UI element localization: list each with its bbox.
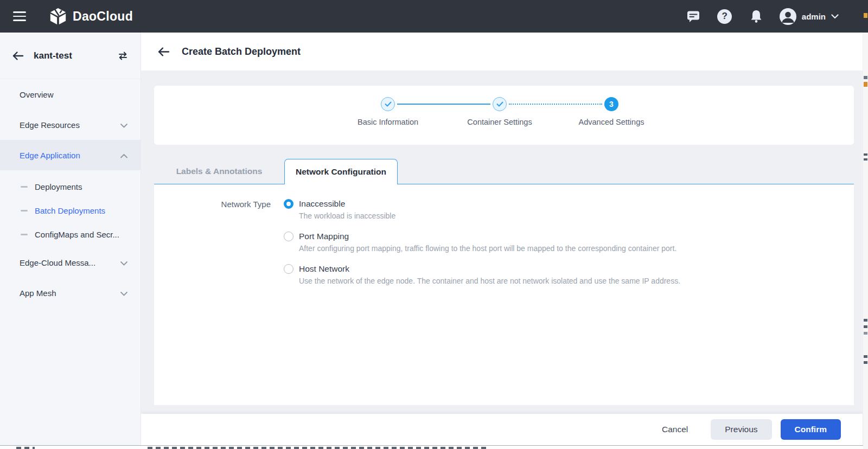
daocloud-cube-icon — [49, 7, 67, 25]
sidebar-item-deployments[interactable]: Deployments — [0, 175, 141, 198]
workspace-name: kant-test — [34, 50, 72, 61]
sidebar-item-overview[interactable]: Overview — [0, 79, 141, 110]
sidebar-item-configmaps-secrets[interactable]: ConfigMaps and Secr... — [0, 222, 141, 246]
tab-bar: Labels & Annotations Network Configurati… — [154, 159, 854, 184]
option-host-network: Host Network Use the network of the edge… — [284, 264, 680, 285]
tab-label: Network Configuration — [296, 167, 386, 177]
radio-label[interactable]: Port Mapping — [299, 232, 349, 241]
sidebar-item-batch-deployments[interactable]: Batch Deployments — [0, 198, 141, 222]
sidebar-item-label: ConfigMaps and Secr... — [35, 230, 119, 239]
step-label: Advanced Settings — [579, 118, 644, 126]
user-menu[interactable]: admin — [780, 8, 839, 25]
step-label: Container Settings — [467, 118, 532, 126]
sidebar-item-label: App Mesh — [20, 288, 56, 298]
radio-port-mapping[interactable]: Port Mapping — [284, 232, 680, 241]
network-type-label: Network Type — [154, 199, 271, 405]
sidebar-item-label: Batch Deployments — [35, 206, 105, 215]
sidebar-item-edge-resources[interactable]: Edge Resources — [0, 110, 141, 140]
sidebar-item-edge-application[interactable]: Edge Application — [0, 140, 141, 170]
chevron-down-icon — [120, 120, 127, 130]
chevron-down-icon — [120, 288, 127, 298]
radio-unselected-icon[interactable] — [284, 264, 293, 274]
back-icon[interactable] — [157, 47, 170, 57]
step-done-check-icon — [493, 97, 507, 111]
step-container-settings: Container Settings — [444, 97, 556, 126]
dash-icon — [21, 234, 28, 235]
wizard-stepper: Basic Information Container Settings 3 A… — [154, 86, 854, 145]
sidebar-header: kant-test — [0, 33, 141, 79]
radio-label[interactable]: Inaccessible — [299, 199, 345, 209]
step-advanced-settings: 3 Advanced Settings — [556, 97, 667, 126]
option-inaccessible: Inaccessible The workload is inaccessibl… — [284, 199, 680, 220]
sidebar-item-label: Overview — [20, 90, 54, 99]
bell-icon[interactable] — [748, 8, 764, 24]
tab-network-configuration[interactable]: Network Configuration — [284, 159, 398, 184]
confirm-button[interactable]: Confirm — [781, 419, 841, 440]
step-number-badge: 3 — [604, 97, 618, 111]
sidebar-item-label: Edge Resources — [20, 120, 80, 130]
sidebar-item-label: Edge Application — [20, 151, 80, 160]
radio-selected-icon[interactable] — [284, 199, 293, 209]
chat-icon[interactable] — [685, 8, 701, 24]
radio-unselected-icon[interactable] — [284, 232, 293, 241]
radio-description: Use the network of the edge node. The co… — [299, 277, 680, 285]
step-basic-information: Basic Information — [332, 97, 444, 126]
radio-host-network[interactable]: Host Network — [284, 264, 680, 274]
cancel-button[interactable]: Cancel — [654, 420, 695, 439]
chevron-up-icon — [120, 151, 127, 160]
switch-workspace-icon[interactable] — [117, 50, 129, 61]
network-type-options: Inaccessible The workload is inaccessibl… — [284, 199, 680, 405]
sidebar-item-label: Deployments — [35, 182, 82, 191]
user-name: admin — [802, 12, 826, 21]
chevron-down-icon — [831, 14, 839, 19]
previous-button[interactable]: Previous — [711, 419, 771, 440]
radio-description: The workload is inaccessible — [299, 211, 680, 220]
sidebar-item-app-mesh[interactable]: App Mesh — [0, 278, 141, 308]
radio-label[interactable]: Host Network — [299, 264, 349, 274]
back-icon[interactable] — [12, 51, 24, 61]
sidebar-item-label: Edge-Cloud Messa... — [20, 258, 95, 267]
wizard-footer: Cancel Previous Confirm — [141, 414, 863, 445]
tab-label: Labels & Annotations — [176, 166, 263, 176]
clipped-background-text-strip — [0, 445, 868, 449]
sidebar-item-edge-cloud-message[interactable]: Edge-Cloud Messa... — [0, 247, 141, 278]
radio-inaccessible[interactable]: Inaccessible — [284, 199, 680, 209]
brand-logo[interactable]: DaoCloud — [49, 7, 133, 25]
option-port-mapping: Port Mapping After configuring port mapp… — [284, 232, 680, 253]
hamburger-menu-icon[interactable] — [13, 11, 26, 21]
main-content: Create Batch Deployment Basic Informatio… — [141, 33, 863, 449]
step-label: Basic Information — [358, 118, 418, 126]
help-icon[interactable]: ? — [717, 8, 733, 24]
network-configuration-panel: Network Type Inaccessible The workload i… — [154, 184, 854, 405]
dash-icon — [21, 210, 28, 211]
brand-name: DaoCloud — [73, 9, 133, 24]
background-window-sliver — [863, 0, 868, 449]
step-done-check-icon — [381, 97, 395, 111]
top-navigation-bar: DaoCloud ? — [0, 0, 868, 33]
chevron-down-icon — [120, 258, 127, 267]
page-title: Create Batch Deployment — [182, 46, 301, 57]
tab-labels-annotations[interactable]: Labels & Annotations — [154, 159, 284, 184]
sidebar: kant-test Overview Edge Resources Edge A… — [0, 33, 141, 449]
avatar — [780, 8, 796, 25]
topbar-actions: ? admin — [685, 8, 868, 25]
page-header: Create Batch Deployment — [141, 33, 863, 70]
dash-icon — [21, 186, 28, 188]
radio-description: After configuring port mapping, traffic … — [299, 244, 680, 253]
sidebar-subgroup: Deployments Batch Deployments ConfigMaps… — [0, 170, 141, 247]
